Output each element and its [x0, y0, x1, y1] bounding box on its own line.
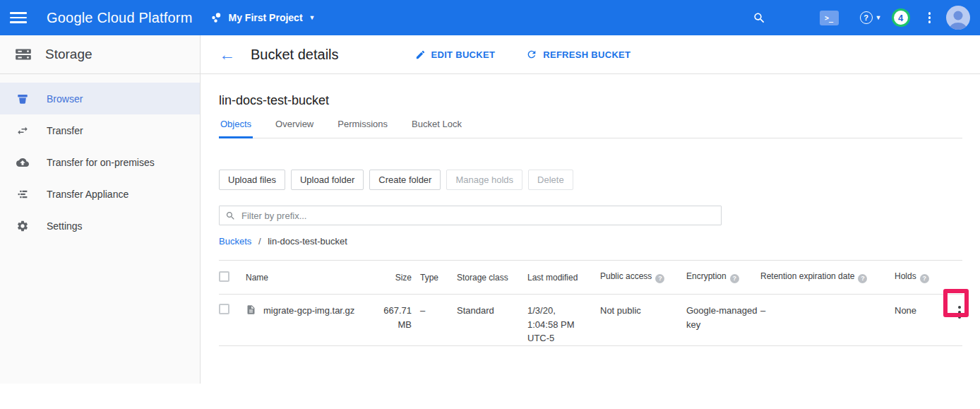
sidebar: Storage Browser Transfer Transfer for on… [0, 35, 201, 384]
refresh-icon [526, 49, 537, 60]
delete-button[interactable]: Delete [528, 170, 573, 190]
column-header-last-modified: Last modified [527, 273, 578, 283]
tab-overview[interactable]: Overview [274, 119, 315, 138]
breadcrumb-separator: / [258, 236, 261, 247]
help-menu[interactable]: ? ▼ [860, 11, 882, 24]
column-header-holds: Holds [895, 271, 916, 281]
row-more-options-icon[interactable] [957, 304, 962, 320]
edit-bucket-button[interactable]: EDIT BUCKET [415, 49, 496, 60]
help-icon[interactable]: ? [858, 274, 867, 283]
objects-table: Name Size Type Storage class Last modifi… [219, 260, 962, 346]
appliance-list-icon [16, 188, 30, 201]
sidebar-item-transfer-on-premises[interactable]: Transfer for on-premises [0, 146, 200, 178]
edit-bucket-label: EDIT BUCKET [431, 49, 496, 60]
breadcrumb: Buckets / lin-docs-test-bucket [219, 236, 962, 247]
column-header-storage-class: Storage class [457, 273, 508, 283]
filter-input[interactable] [241, 211, 715, 221]
file-icon [246, 304, 256, 319]
help-icon[interactable]: ? [655, 274, 664, 283]
tab-permissions[interactable]: Permissions [336, 119, 389, 138]
sidebar-item-label: Settings [47, 220, 83, 232]
column-header-retention: Retention expiration date [760, 271, 854, 281]
bucket-icon [16, 93, 30, 105]
upload-files-button[interactable]: Upload files [219, 170, 285, 190]
topbar: Google Cloud Platform My First Project ▼… [0, 0, 980, 35]
notification-count: 4 [898, 13, 903, 23]
main-panel: ← Bucket details EDIT BUCKET REFRESH BUC… [201, 35, 980, 346]
shell-prompt-glyph: >_ [825, 14, 833, 22]
content-area: lin-docs-test-bucket Objects Overview Pe… [201, 93, 980, 346]
hamburger-menu-icon[interactable] [10, 12, 27, 23]
tab-bucket-lock[interactable]: Bucket Lock [410, 119, 463, 138]
object-storage-class: Standard [457, 295, 527, 346]
column-header-type: Type [420, 273, 438, 283]
table-header-row: Name Size Type Storage class Last modifi… [219, 261, 962, 295]
page-header: ← Bucket details EDIT BUCKET REFRESH BUC… [201, 35, 980, 74]
chevron-down-icon: ▼ [876, 14, 882, 21]
object-retention: – [760, 295, 895, 346]
sidebar-item-settings[interactable]: Settings [0, 210, 200, 242]
upload-folder-button[interactable]: Upload folder [291, 170, 364, 190]
sidebar-item-label: Transfer [47, 125, 83, 136]
row-checkbox[interactable] [219, 304, 229, 314]
manage-holds-button[interactable]: Manage holds [446, 170, 522, 190]
storage-product-icon [14, 45, 32, 64]
brand-logo[interactable]: Google Cloud Platform [47, 10, 193, 26]
sidebar-item-transfer-appliance[interactable]: Transfer Appliance [0, 178, 200, 210]
column-header-public-access: Public access [600, 271, 652, 281]
tab-bar: Objects Overview Permissions Bucket Lock [219, 119, 962, 138]
sidebar-header: Storage [0, 35, 200, 74]
more-options-icon[interactable] [928, 12, 931, 23]
object-last-modified: 1/3/20, 1:04:58 PM UTC-5 [527, 295, 600, 346]
page-title: Bucket details [251, 47, 339, 63]
sidebar-item-transfer[interactable]: Transfer [0, 114, 200, 146]
help-icon[interactable]: ? [920, 274, 929, 283]
topbar-actions: >_ ? ▼ 4 [753, 6, 970, 30]
help-icon[interactable]: ? [730, 274, 739, 283]
column-header-size: Size [395, 273, 412, 283]
pencil-icon [415, 49, 426, 60]
project-switcher[interactable]: My First Project ▼ [211, 12, 316, 23]
breadcrumb-current: lin-docs-test-bucket [268, 236, 347, 247]
column-header-encryption: Encryption [686, 271, 727, 281]
object-size: 667.71 MB [378, 295, 420, 346]
tab-objects[interactable]: Objects [219, 119, 253, 138]
chevron-down-icon: ▼ [309, 14, 316, 21]
create-folder-button[interactable]: Create folder [369, 170, 441, 190]
console-body: Storage Browser Transfer Transfer for on… [0, 35, 980, 384]
refresh-bucket-button[interactable]: REFRESH BUCKET [526, 49, 631, 60]
table-row: migrate-gcp-img.tar.gz 667.71 MB – Stand… [219, 295, 962, 346]
sidebar-title: Storage [45, 47, 92, 62]
cloud-upload-icon [16, 156, 30, 169]
cloud-shell-icon[interactable]: >_ [820, 11, 839, 25]
object-holds: None [895, 295, 936, 346]
gear-icon [16, 220, 30, 232]
swap-arrows-icon [16, 124, 30, 137]
notification-badge[interactable]: 4 [892, 8, 910, 27]
filter-field[interactable] [219, 206, 722, 225]
project-icon [211, 12, 222, 23]
search-icon [225, 211, 236, 221]
refresh-bucket-label: REFRESH BUCKET [543, 49, 631, 60]
sidebar-item-browser[interactable]: Browser [0, 83, 200, 114]
select-all-checkbox[interactable] [219, 271, 229, 282]
object-toolbar: Upload files Upload folder Create folder… [219, 170, 962, 190]
column-header-name: Name [246, 273, 268, 283]
object-name[interactable]: migrate-gcp-img.tar.gz [263, 304, 354, 318]
search-icon[interactable] [753, 11, 766, 25]
sidebar-nav: Browser Transfer Transfer for on-premise… [0, 74, 200, 242]
avatar[interactable] [946, 6, 970, 30]
object-encryption: Google-managed key [686, 295, 760, 346]
project-name: My First Project [229, 12, 303, 23]
back-arrow-icon[interactable]: ← [219, 47, 235, 63]
help-icon: ? [860, 11, 873, 24]
bucket-name-heading: lin-docs-test-bucket [219, 93, 962, 108]
object-type: – [420, 295, 457, 346]
sidebar-item-label: Transfer Appliance [47, 189, 129, 200]
sidebar-item-label: Browser [47, 93, 83, 105]
breadcrumb-buckets-link[interactable]: Buckets [219, 236, 251, 247]
object-public-access: Not public [600, 295, 686, 346]
sidebar-item-label: Transfer for on-premises [47, 157, 155, 168]
